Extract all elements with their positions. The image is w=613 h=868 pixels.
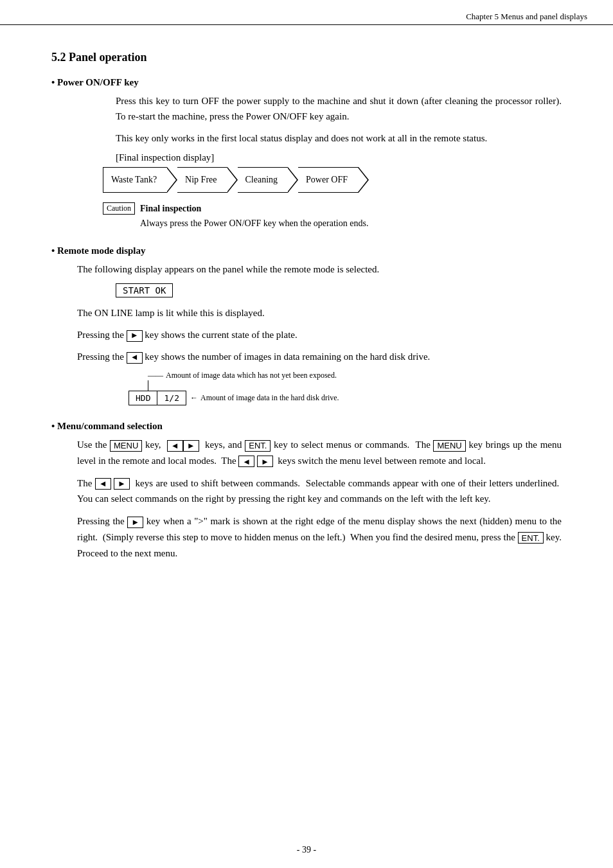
- menu-key-2: MENU: [433, 440, 465, 452]
- page-header: Chapter 5 Menus and panel displays: [0, 0, 613, 25]
- left-key-3: ◄: [95, 478, 111, 490]
- hdd-arrow-indicator: ——: [148, 371, 163, 380]
- flow-item-1: Waste Tank?: [103, 167, 177, 193]
- flow-arrow-4: [359, 167, 369, 193]
- online-lamp-text: The ON LINE lamp is lit while this is di…: [77, 305, 562, 321]
- caution-title: Final inspection: [140, 202, 368, 215]
- right-key-2: ►: [257, 456, 273, 467]
- section-title: 5.2 Panel operation: [51, 51, 562, 64]
- pressing-left: Pressing the ◄ key shows the number of i…: [77, 349, 562, 364]
- left-arrow-key: ◄: [127, 352, 143, 364]
- ent-key-2: ENT.: [518, 532, 544, 544]
- flow-arrow-2: [227, 167, 238, 193]
- hdd-num: 1/2: [157, 391, 186, 405]
- menu-command-para2: The ◄ ► keys are used to shift between c…: [77, 475, 562, 508]
- page-content: 5.2 Panel operation • Power ON/OFF key P…: [0, 25, 613, 602]
- caution-badge: Caution: [103, 202, 135, 215]
- ent-key-1: ENT.: [245, 440, 271, 452]
- caution-body: Always press the Power ON/OFF key when t…: [140, 217, 368, 230]
- left-key-2: ◄: [238, 456, 254, 467]
- right-arrow-key: ►: [127, 330, 143, 342]
- right-key-1: ►: [183, 440, 199, 452]
- caution-text: Final inspection Always press the Power …: [140, 202, 368, 230]
- flow-item-3: Cleaning: [238, 167, 299, 193]
- power-onoff-para2: This key only works in the first local s…: [116, 130, 562, 146]
- hdd-diagram: —— Amount of image data which has not ye…: [129, 371, 562, 405]
- pressing-right: Pressing the ► key shows the current sta…: [77, 327, 562, 342]
- power-onoff-content: Press this key to turn OFF the power sup…: [116, 93, 562, 146]
- menu-command-title: • Menu/command selection: [51, 421, 562, 432]
- menu-command-content: Use the MENU key, ◄► keys, and ENT. key …: [77, 437, 562, 561]
- remote-mode-title: • Remote mode display: [51, 245, 562, 256]
- page-footer: - 39 -: [0, 845, 613, 855]
- start-ok-box: START OK: [116, 283, 173, 297]
- flow-arrow-1: [167, 167, 177, 193]
- subsection-power-onoff: • Power ON/OFF key Press this key to tur…: [51, 77, 562, 230]
- flow-item-4: Power OFF: [298, 167, 369, 193]
- flow-box-nip: Nip Free: [177, 167, 227, 193]
- right-key-3: ►: [114, 478, 130, 490]
- hdd-connector: [135, 380, 562, 391]
- flow-box-cleaning: Cleaning: [238, 167, 289, 193]
- hdd-annotation-top: Amount of image data which has not yet b…: [166, 371, 337, 380]
- flow-item-2: Nip Free: [177, 167, 237, 193]
- hdd-annotation-bottom: Amount of image data in the hard disk dr…: [200, 393, 339, 403]
- final-inspection-label: [Final inspection display]: [116, 152, 562, 163]
- menu-key: MENU: [110, 440, 142, 452]
- power-onoff-para1: Press this key to turn OFF the power sup…: [116, 93, 562, 124]
- power-onoff-title: • Power ON/OFF key: [51, 77, 562, 88]
- subsection-menu-command: • Menu/command selection Use the MENU ke…: [51, 421, 562, 561]
- chapter-title: Chapter 5 Menus and panel displays: [466, 12, 587, 21]
- menu-command-para3: Pressing the ► key when a ">" mark is sh…: [77, 513, 562, 561]
- flow-box-waste: Waste Tank?: [103, 167, 167, 193]
- hdd-box-row: HDD 1/2 ← Amount of image data in the ha…: [129, 391, 562, 405]
- subsection-remote-mode: • Remote mode display The following disp…: [51, 245, 562, 405]
- remote-mode-content: The following display appears on the pan…: [77, 261, 562, 364]
- menu-command-para1: Use the MENU key, ◄► keys, and ENT. key …: [77, 437, 562, 469]
- hdd-label: HDD: [129, 391, 157, 405]
- page-number: - 39 -: [297, 845, 316, 855]
- remote-mode-para1: The following display appears on the pan…: [77, 261, 562, 277]
- hdd-annotation-top-row: —— Amount of image data which has not ye…: [148, 371, 562, 380]
- flow-box-poweroff: Power OFF: [298, 167, 359, 193]
- right-key-4: ►: [127, 517, 143, 528]
- flow-diagram: Waste Tank? Nip Free Cleaning Power OFF: [103, 167, 562, 193]
- left-key-1: ◄: [167, 440, 183, 452]
- caution-row: Caution Final inspection Always press th…: [103, 202, 562, 230]
- flow-arrow-3: [288, 167, 298, 193]
- hdd-arrow-right: ←: [190, 393, 198, 403]
